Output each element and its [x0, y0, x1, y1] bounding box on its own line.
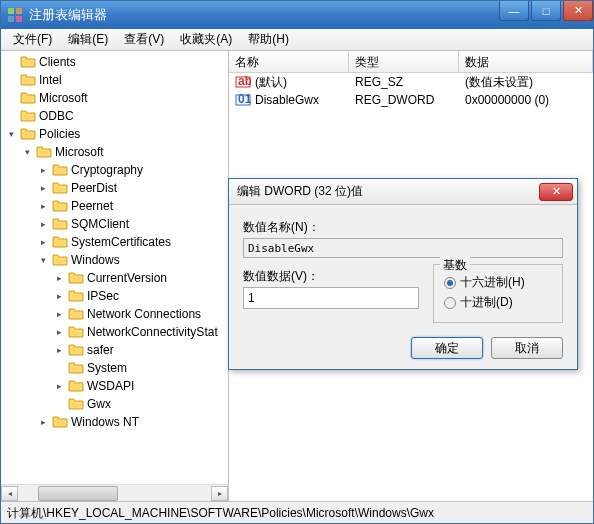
expander-icon[interactable]: ▸	[53, 380, 65, 392]
tree-item-label: Policies	[39, 127, 80, 141]
titlebar[interactable]: 注册表编辑器 — □ ✕	[1, 1, 593, 29]
expander-icon[interactable]: ▸	[37, 416, 49, 428]
expander-icon[interactable]	[5, 92, 17, 104]
tree-item[interactable]: Intel	[1, 71, 228, 89]
maximize-button[interactable]: □	[531, 1, 561, 21]
value-data-field[interactable]	[243, 287, 419, 309]
expander-icon[interactable]: ▸	[53, 326, 65, 338]
menu-edit[interactable]: 编辑(E)	[60, 29, 116, 50]
expander-icon[interactable]: ▸	[53, 272, 65, 284]
expander-icon[interactable]	[5, 74, 17, 86]
tree-item[interactable]: ▸Network Connections	[1, 305, 228, 323]
minimize-button[interactable]: —	[499, 1, 529, 21]
app-icon	[7, 7, 23, 23]
tree-hscrollbar[interactable]: ◂ ▸	[1, 484, 228, 501]
value-data: 0x00000000 (0)	[459, 93, 593, 107]
expander-icon[interactable]: ▸	[37, 164, 49, 176]
radio-hex-label: 十六进制(H)	[460, 274, 525, 291]
col-header-data[interactable]: 数据	[459, 51, 593, 72]
expander-icon[interactable]: ▾	[37, 254, 49, 266]
expander-icon[interactable]: ▸	[53, 290, 65, 302]
expander-icon[interactable]: ▸	[53, 308, 65, 320]
tree-item[interactable]: ▸SQMClient	[1, 215, 228, 233]
tree-item-label: ODBC	[39, 109, 74, 123]
tree-item-label: NetworkConnectivityStat	[87, 325, 218, 339]
expander-icon[interactable]: ▸	[37, 236, 49, 248]
tree-item[interactable]: ▸CurrentVersion	[1, 269, 228, 287]
tree-item[interactable]: ODBC	[1, 107, 228, 125]
radio-dec-icon	[444, 297, 456, 309]
tree-item[interactable]: ▸SystemCertificates	[1, 233, 228, 251]
tree-item-label: WSDAPI	[87, 379, 134, 393]
menu-view[interactable]: 查看(V)	[116, 29, 172, 50]
tree-item[interactable]: ▸PeerDist	[1, 179, 228, 197]
list-row[interactable]: ab(默认)REG_SZ(数值未设置)	[229, 73, 593, 91]
expander-icon[interactable]: ▾	[5, 128, 17, 140]
tree-item[interactable]: Microsoft	[1, 89, 228, 107]
folder-icon	[68, 342, 84, 358]
dialog-titlebar[interactable]: 编辑 DWORD (32 位)值 ✕	[229, 179, 577, 205]
tree-item-label: Gwx	[87, 397, 111, 411]
col-header-name[interactable]: 名称	[229, 51, 349, 72]
expander-icon[interactable]: ▸	[53, 344, 65, 356]
tree-item-label: Network Connections	[87, 307, 201, 321]
scroll-thumb[interactable]	[38, 486, 118, 501]
value-name: (默认)	[255, 74, 287, 91]
tree-pane[interactable]: ClientsIntelMicrosoftODBC▾Policies▾Micro…	[1, 51, 229, 501]
tree-item[interactable]: ▸safer	[1, 341, 228, 359]
base-group-title: 基数	[440, 257, 470, 274]
svg-text:011: 011	[238, 92, 251, 106]
tree-item[interactable]: ▾Microsoft	[1, 143, 228, 161]
tree-item-label: Peernet	[71, 199, 113, 213]
tree-item[interactable]: Gwx	[1, 395, 228, 413]
value-type: REG_SZ	[349, 75, 459, 89]
tree-item[interactable]: System	[1, 359, 228, 377]
svg-rect-3	[16, 16, 22, 22]
close-button[interactable]: ✕	[563, 1, 593, 21]
tree-item[interactable]: Clients	[1, 53, 228, 71]
list-row[interactable]: 011DisableGwxREG_DWORD0x00000000 (0)	[229, 91, 593, 109]
tree-item[interactable]: ▾Policies	[1, 125, 228, 143]
expander-icon[interactable]: ▸	[37, 218, 49, 230]
menu-favorites[interactable]: 收藏夹(A)	[172, 29, 240, 50]
folder-icon	[52, 414, 68, 430]
expander-icon[interactable]: ▸	[37, 200, 49, 212]
tree-item[interactable]: ▸Windows NT	[1, 413, 228, 431]
tree-item[interactable]: ▸WSDAPI	[1, 377, 228, 395]
folder-icon	[68, 270, 84, 286]
tree-item[interactable]: ▸Cryptography	[1, 161, 228, 179]
svg-rect-1	[16, 8, 22, 14]
folder-icon	[52, 180, 68, 196]
value-data-label: 数值数据(V)：	[243, 268, 419, 285]
tree-item[interactable]: ▾Windows	[1, 251, 228, 269]
expander-icon[interactable]: ▾	[21, 146, 33, 158]
folder-icon	[20, 126, 36, 142]
menu-help[interactable]: 帮助(H)	[240, 29, 297, 50]
radio-hex[interactable]: 十六进制(H)	[444, 274, 552, 291]
tree-item[interactable]: ▸Peernet	[1, 197, 228, 215]
folder-icon	[52, 252, 68, 268]
tree-item[interactable]: ▸NetworkConnectivityStat	[1, 323, 228, 341]
scroll-right-icon[interactable]: ▸	[211, 486, 228, 501]
scroll-left-icon[interactable]: ◂	[1, 486, 18, 501]
expander-icon[interactable]: ▸	[37, 182, 49, 194]
dialog-close-button[interactable]: ✕	[539, 183, 573, 201]
expander-icon[interactable]	[53, 398, 65, 410]
expander-icon[interactable]	[5, 110, 17, 122]
expander-icon[interactable]	[53, 362, 65, 374]
expander-icon[interactable]	[5, 56, 17, 68]
menu-file[interactable]: 文件(F)	[5, 29, 60, 50]
folder-icon	[68, 288, 84, 304]
radio-dec[interactable]: 十进制(D)	[444, 294, 552, 311]
tree-item-label: SystemCertificates	[71, 235, 171, 249]
col-header-type[interactable]: 类型	[349, 51, 459, 72]
folder-icon	[52, 234, 68, 250]
tree-item-label: System	[87, 361, 127, 375]
folder-icon	[68, 324, 84, 340]
tree-item[interactable]: ▸IPSec	[1, 287, 228, 305]
ok-button[interactable]: 确定	[411, 337, 483, 359]
cancel-button[interactable]: 取消	[491, 337, 563, 359]
edit-dword-dialog: 编辑 DWORD (32 位)值 ✕ 数值名称(N)： 数值数据(V)： 基数 …	[228, 178, 578, 370]
tree-item-label: Microsoft	[55, 145, 104, 159]
radio-hex-icon	[444, 277, 456, 289]
